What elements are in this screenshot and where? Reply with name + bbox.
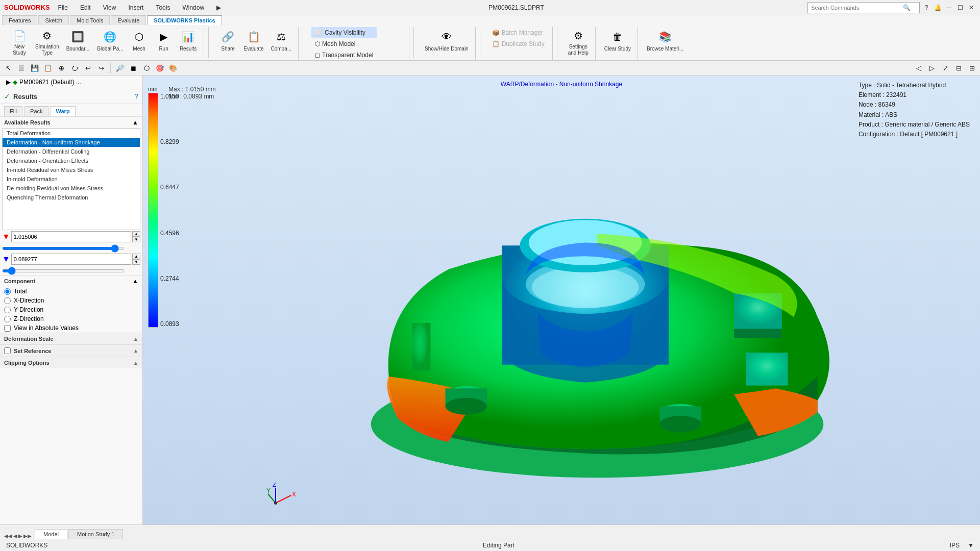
new-study-button[interactable]: 📄 NewStudy: [8, 27, 31, 58]
radio-x[interactable]: X-Direction: [4, 296, 138, 305]
view-absolute-checkbox[interactable]: [4, 325, 11, 332]
feature-tree-item[interactable]: ▶ ◆ PM009621 (Default) ...: [4, 78, 138, 87]
tab-sketch[interactable]: Sketch: [38, 15, 69, 25]
global-params-button[interactable]: 🌐 Global Pa...: [94, 27, 126, 58]
available-results-header[interactable]: Available Results ▲: [0, 117, 142, 128]
radio-y[interactable]: Y-Direction: [4, 305, 138, 314]
compare-button[interactable]: ⚖ Compa...: [268, 27, 294, 58]
batch-manager-button[interactable]: 📦 Batch Manager: [488, 27, 548, 38]
tab-fill[interactable]: Fill: [4, 106, 22, 116]
toolbar-view-options[interactable]: 🔎: [114, 62, 126, 74]
deformation-scale-header[interactable]: Deformation Scale ▲: [0, 333, 142, 344]
nav-prev[interactable]: ◀: [13, 533, 17, 539]
result-item-quenching[interactable]: Quenching Thermal Deformation: [3, 193, 140, 202]
result-item-inmold-deform[interactable]: In-mold Deformation: [3, 174, 140, 184]
menu-view[interactable]: View: [99, 3, 120, 12]
toolbar-panel-right[interactable]: ▷: [926, 62, 938, 74]
restore-btn[interactable]: ☐: [955, 3, 965, 12]
min-slider[interactable]: [2, 269, 125, 272]
toolbar-display-mode[interactable]: ◼: [127, 62, 139, 74]
menu-window[interactable]: Window: [178, 3, 208, 12]
set-reference-header[interactable]: Set Reference ▲: [0, 345, 142, 357]
search-input[interactable]: [811, 5, 903, 11]
tab-evaluate[interactable]: Evaluate: [111, 15, 146, 25]
toolbar-appearance[interactable]: 🎨: [167, 62, 179, 74]
mesh-model-button[interactable]: ⬡ Mesh Model: [311, 38, 377, 49]
minimize-btn[interactable]: ─: [944, 3, 953, 12]
help-icon[interactable]: ?: [922, 3, 931, 12]
toolbar-copy[interactable]: 📋: [42, 62, 54, 74]
result-item-total[interactable]: Total Deformation: [3, 129, 140, 138]
radio-z[interactable]: Z-Direction: [4, 314, 138, 323]
tab-sw-plastics[interactable]: SOLIDWORKS Plastics: [147, 15, 222, 25]
max-slider[interactable]: [2, 247, 125, 250]
radio-total-input[interactable]: [4, 288, 11, 295]
toolbar-panel-left[interactable]: ◁: [913, 62, 925, 74]
evaluate-button[interactable]: 📋 Evaluate: [241, 27, 266, 58]
menu-more[interactable]: ▶: [212, 3, 225, 12]
bottom-tab-motion-study[interactable]: Motion Study 1: [68, 529, 123, 539]
notifications-icon[interactable]: 🔔: [933, 3, 942, 12]
clear-study-button[interactable]: 🗑 Clear Study: [602, 27, 633, 58]
statusbar-arrow[interactable]: ▼: [968, 542, 974, 549]
min-spin-up[interactable]: ▲: [132, 254, 140, 259]
set-reference-item[interactable]: Set Reference: [4, 347, 51, 354]
toolbar-undo[interactable]: ↩: [82, 62, 94, 74]
set-reference-checkbox[interactable]: [4, 347, 11, 354]
toolbar-section-view[interactable]: ⬡: [140, 62, 153, 74]
toolbar-rotate[interactable]: ⭮: [68, 62, 81, 74]
view-absolute-item[interactable]: View in Absolute Values: [0, 323, 142, 333]
toolbar-redo[interactable]: ↪: [95, 62, 107, 74]
transparent-model-button[interactable]: ◻ Transparent Model: [311, 49, 377, 61]
result-item-diffcooling[interactable]: Deformation - Differential Cooling: [3, 147, 140, 156]
menu-edit[interactable]: Edit: [76, 3, 95, 12]
min-spin-down[interactable]: ▼: [132, 259, 140, 265]
tab-pack[interactable]: Pack: [24, 106, 48, 116]
settings-button[interactable]: ⚙ Settingsand Help: [566, 27, 591, 58]
panel-help-icon[interactable]: ?: [135, 93, 138, 100]
close-btn[interactable]: ✕: [967, 3, 976, 12]
toolbar-select[interactable]: ↖: [2, 62, 14, 74]
result-item-demolding-vonmises[interactable]: De-molding Residual von Mises Stress: [3, 184, 140, 193]
radio-z-input[interactable]: [4, 316, 11, 322]
toolbar-split-h[interactable]: ⊟: [952, 62, 965, 74]
boundary-button[interactable]: 🔲 Boundar...: [64, 27, 92, 58]
results-button[interactable]: 📊 Results: [177, 27, 200, 58]
radio-x-input[interactable]: [4, 297, 11, 304]
share-button[interactable]: 🔗 Share: [217, 27, 239, 58]
simulation-type-button[interactable]: ⚙ SimulationType: [33, 27, 62, 58]
toolbar-zoom-fit[interactable]: ⊕: [55, 62, 67, 74]
bottom-tab-model[interactable]: Model: [35, 529, 67, 539]
browse-materials-button[interactable]: 📚 Browse Materi...: [644, 27, 686, 58]
toolbar-list[interactable]: ☰: [15, 62, 28, 74]
show-hide-domain-button[interactable]: 👁 Show/Hide Domain: [422, 27, 471, 58]
mesh-button[interactable]: ⬡ Mesh: [128, 27, 151, 58]
menu-tools[interactable]: Tools: [152, 3, 174, 12]
cavity-visibility-button[interactable]: ⬜ Cavity Visibility: [311, 27, 377, 38]
nav-first[interactable]: ◀◀: [4, 533, 12, 539]
toolbar-orientation[interactable]: 🎯: [154, 62, 166, 74]
menu-insert[interactable]: Insert: [124, 3, 148, 12]
result-item-orientation[interactable]: Deformation - Orientation Effects: [3, 156, 140, 165]
result-item-nonuniform[interactable]: Deformation - Non-uniform Shrinkage: [3, 138, 140, 147]
run-button[interactable]: ▶ Run: [153, 27, 175, 58]
component-section-header[interactable]: Component ▲: [0, 275, 142, 287]
search-box[interactable]: 🔍: [807, 2, 920, 13]
max-value-input[interactable]: [11, 231, 131, 242]
clipping-options-header[interactable]: Clipping Options ▲: [0, 357, 142, 368]
tab-warp[interactable]: Warp: [51, 106, 76, 116]
max-spin-down[interactable]: ▼: [132, 237, 140, 242]
max-spin-up[interactable]: ▲: [132, 231, 140, 237]
tab-features[interactable]: Features: [2, 15, 37, 25]
menu-file[interactable]: File: [54, 3, 72, 12]
radio-y-input[interactable]: [4, 307, 11, 313]
min-value-input[interactable]: [11, 254, 131, 265]
tab-mold-tools[interactable]: Mold Tools: [70, 15, 110, 25]
nav-next[interactable]: ▶: [18, 533, 22, 539]
toolbar-save[interactable]: 💾: [29, 62, 41, 74]
nav-last[interactable]: ▶▶: [23, 533, 32, 539]
toolbar-maximize[interactable]: ⤢: [939, 62, 951, 74]
viewport[interactable]: WARP/Deformation - Non-uniform Shrinkage…: [143, 76, 980, 524]
radio-total[interactable]: Total: [4, 287, 138, 296]
duplicate-study-button[interactable]: 📋 Duplicate Study: [488, 38, 548, 49]
